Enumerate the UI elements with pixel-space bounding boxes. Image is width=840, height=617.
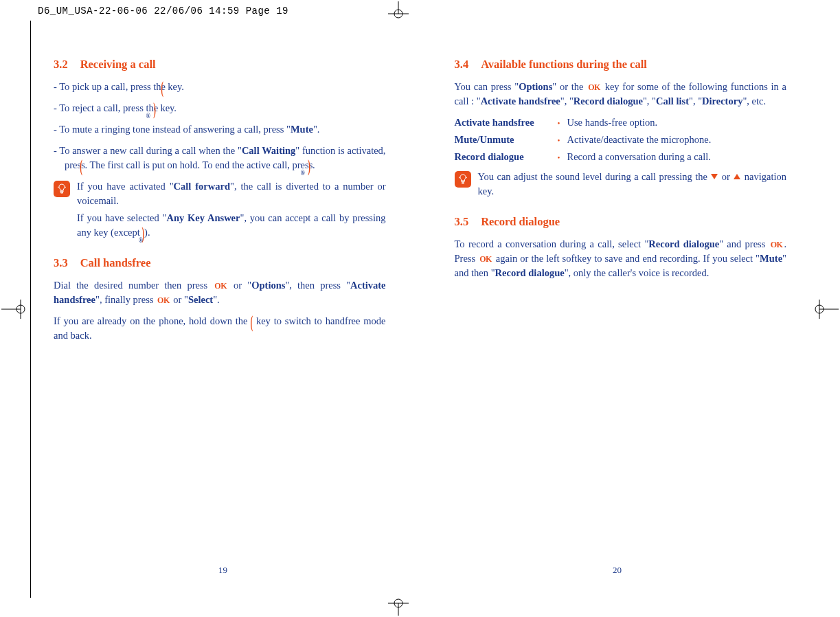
lightbulb-icon <box>54 181 70 197</box>
page-number-left: 19 <box>218 565 227 576</box>
ok-key-icon: OK <box>157 295 170 306</box>
ok-key-icon: OK <box>771 239 783 251</box>
crop-mark-icon <box>1 295 29 323</box>
crop-mark-icon <box>381 1 416 19</box>
crop-mark-icon <box>811 295 839 323</box>
table-row: Activate handsfree • Use hands-free opti… <box>455 115 787 130</box>
tip-body: If you have activated "Call forward", th… <box>77 179 386 243</box>
paragraph: To record a conversation during a call, … <box>455 237 787 280</box>
paragraph: You can press "Options" or the OK key fo… <box>455 80 787 109</box>
arrow-down-icon <box>711 174 718 179</box>
list-item: To mute a ringing tone instead of answer… <box>54 122 386 137</box>
heading-3-5: 3.5Record dialogue <box>455 214 787 230</box>
heading-3-3: 3.3Call handsfree <box>54 255 386 271</box>
heading-3-4: 3.4Available functions during the call <box>455 56 787 73</box>
bullet-icon: • <box>558 135 567 146</box>
bullet-icon: • <box>558 153 567 164</box>
paragraph: If you are already on the phone, hold do… <box>54 314 386 343</box>
arrow-up-icon <box>734 174 740 179</box>
heading-3-2: 3.2Receiving a call <box>54 56 386 73</box>
tip-body: You can adjust the sound level during a … <box>478 170 787 201</box>
paragraph: Dial the desired number then press OK or… <box>54 278 386 307</box>
table-row: Mute/Unmute • Activate/deactivate the mi… <box>455 133 787 147</box>
list-item: To pick up a call, press the ( key. <box>54 80 386 94</box>
ok-key-icon: OK <box>214 280 227 292</box>
call-key-icon: ( <box>251 317 253 327</box>
page-left: 3.2Receiving a call To pick up a call, p… <box>54 54 386 350</box>
receiving-call-list: To pick up a call, press the ( key. To r… <box>54 80 386 172</box>
list-item: To reject a call, press the ) key. <box>54 101 386 115</box>
list-item: To answer a new call during a call when … <box>54 144 386 172</box>
tip-box: If you have activated "Call forward", th… <box>54 179 386 243</box>
page-number-right: 20 <box>613 565 622 576</box>
functions-table: Activate handsfree • Use hands-free opti… <box>455 115 787 164</box>
tip-box: You can adjust the sound level during a … <box>455 170 787 201</box>
end-key-icon: ) <box>142 228 145 238</box>
page-right: 3.4Available functions during the call Y… <box>455 54 787 350</box>
bullet-icon: • <box>558 118 567 129</box>
crop-mark-icon <box>381 598 416 616</box>
ok-key-icon: OK <box>479 254 492 265</box>
ok-key-icon: OK <box>588 82 600 93</box>
lightbulb-icon <box>455 171 471 188</box>
print-header: D6_UM_USA-22-06-06 22/06/06 14:59 Page 1… <box>38 5 288 16</box>
table-row: Record dialogue • Record a conversation … <box>455 150 787 164</box>
crop-line <box>30 21 31 598</box>
